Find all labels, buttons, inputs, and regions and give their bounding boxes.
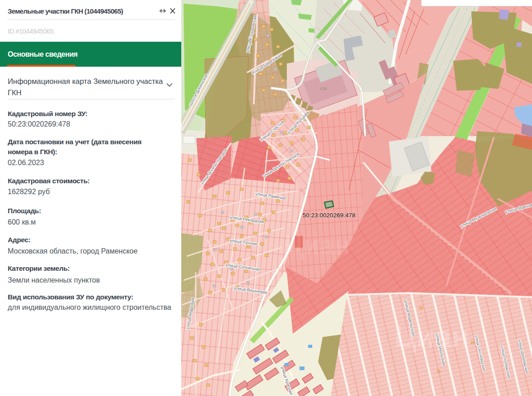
svg-text:50:23:0020269:478: 50:23:0020269:478 <box>303 212 355 219</box>
svg-text:Циан: Циан <box>284 230 350 259</box>
svg-text:с14: с14 <box>320 86 327 91</box>
svg-text:Циан: Циан <box>394 320 469 353</box>
